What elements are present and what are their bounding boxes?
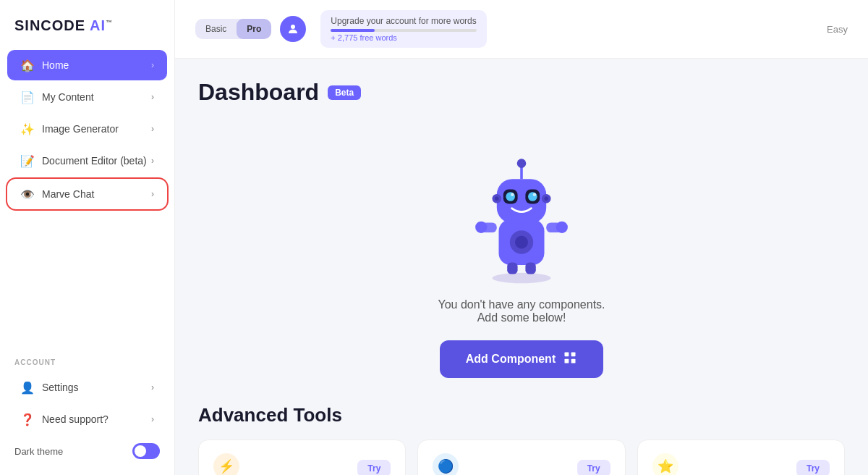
svg-rect-27	[571, 359, 576, 363]
dashboard-header: Dashboard Beta	[198, 79, 845, 106]
add-component-label: Add Component	[466, 353, 556, 366]
sidebar-bottom: ACCOUNT 👤 Settings › ❓ Need support? › D…	[0, 345, 174, 475]
svg-point-14	[506, 192, 515, 201]
empty-state: You don't have any components. Add some …	[198, 126, 845, 404]
sidebar-item-document-editor[interactable]: 📝 Document Editor (beta) ›	[7, 146, 167, 176]
chevron-right-icon: ›	[151, 60, 154, 70]
sidebar-item-settings[interactable]: 👤 Settings ›	[7, 372, 167, 403]
tool-card-2: 🔵 Try	[417, 440, 625, 475]
svg-point-1	[493, 273, 551, 283]
dark-theme-toggle[interactable]	[132, 443, 160, 459]
sidebar-item-label: Settings	[42, 382, 79, 393]
tool-icon-3: ⭐	[652, 453, 678, 475]
svg-point-6	[475, 222, 487, 233]
sidebar-item-marve-chat[interactable]: 👁️ Marve Chat ›	[6, 177, 169, 211]
sidebar-item-my-content[interactable]: 📄 My Content ›	[7, 82, 167, 112]
chevron-right-icon: ›	[151, 124, 154, 134]
free-words-label: + 2,775 free words	[331, 33, 476, 42]
plan-basic[interactable]: Basic	[195, 19, 237, 39]
svg-rect-9	[507, 262, 517, 274]
main-content: Basic Pro Upgrade your account for more …	[175, 0, 868, 475]
chevron-right-icon: ›	[151, 189, 154, 199]
image-generator-icon: ✨	[20, 122, 35, 136]
logo: SINCODE AI™	[0, 0, 174, 49]
grid-icon	[563, 350, 577, 368]
plan-pro[interactable]: Pro	[237, 19, 271, 39]
dark-theme-row: Dark theme	[0, 436, 174, 463]
sidebar-item-label: Document Editor (beta)	[42, 155, 147, 167]
svg-point-17	[533, 193, 537, 197]
svg-rect-10	[525, 262, 535, 274]
tool-try-button-3[interactable]: Try	[796, 460, 830, 475]
settings-icon: 👤	[20, 380, 35, 395]
svg-point-16	[511, 193, 514, 197]
chevron-right-icon: ›	[151, 156, 154, 166]
home-icon: 🏠	[20, 58, 35, 72]
document-editor-icon: 📝	[20, 154, 35, 168]
tools-grid: ⚡ Try 🔵 Try ⭐ Try	[198, 440, 845, 475]
advanced-tools-title: Advanced Tools	[198, 404, 845, 426]
svg-point-15	[528, 192, 537, 201]
support-icon: ❓	[20, 412, 35, 426]
account-section-label: ACCOUNT	[0, 345, 174, 371]
topbar-left: Basic Pro Upgrade your account for more …	[195, 10, 487, 48]
words-bar-fill	[331, 29, 374, 32]
dark-theme-label: Dark theme	[14, 446, 63, 457]
content-area: Dashboard Beta	[175, 59, 868, 475]
svg-point-23	[545, 197, 548, 201]
marve-chat-icon: 👁️	[20, 187, 35, 201]
svg-point-19	[517, 159, 527, 168]
chevron-right-icon: ›	[151, 92, 154, 102]
sidebar: SINCODE AI™ 🏠 Home › 📄 My Content › ✨ Im…	[0, 0, 175, 475]
robot-illustration	[456, 140, 587, 285]
toggle-knob	[135, 445, 146, 457]
sidebar-item-label: Home	[42, 59, 69, 71]
sidebar-item-label: Need support?	[42, 413, 109, 425]
svg-rect-26	[565, 359, 569, 363]
words-progress-bar	[331, 29, 476, 32]
chevron-right-icon: ›	[151, 414, 154, 424]
svg-rect-25	[571, 353, 576, 357]
empty-message: You don't have any components. Add some …	[438, 298, 605, 324]
sidebar-item-home[interactable]: 🏠 Home ›	[7, 50, 167, 80]
upgrade-text: Upgrade your account for more words	[331, 16, 476, 26]
tool-card-1: ⚡ Try	[198, 440, 406, 475]
easy-label: Easy	[827, 24, 848, 35]
sidebar-item-image-generator[interactable]: ✨ Image Generator ›	[7, 114, 167, 144]
upgrade-box: Upgrade your account for more words + 2,…	[320, 10, 486, 48]
svg-rect-24	[565, 353, 569, 357]
tool-card-3: ⭐ Try	[637, 440, 845, 475]
sidebar-item-label: Image Generator	[42, 123, 119, 135]
plan-pills: Basic Pro	[195, 19, 271, 39]
svg-point-8	[556, 222, 568, 233]
svg-point-0	[291, 25, 295, 29]
svg-point-4	[515, 236, 528, 249]
avatar-button[interactable]	[280, 16, 306, 42]
beta-badge: Beta	[328, 85, 361, 100]
sidebar-item-support[interactable]: ❓ Need support? ›	[7, 404, 167, 434]
my-content-icon: 📄	[20, 90, 35, 104]
tool-icon-2: 🔵	[433, 453, 459, 475]
topbar: Basic Pro Upgrade your account for more …	[175, 0, 868, 59]
add-component-button[interactable]: Add Component	[440, 340, 603, 378]
chevron-right-icon: ›	[151, 382, 154, 392]
tool-icon-1: ⚡	[213, 453, 239, 475]
nav-list: 🏠 Home › 📄 My Content › ✨ Image Generato…	[0, 49, 174, 212]
tool-try-button-2[interactable]: Try	[577, 460, 610, 475]
svg-point-22	[495, 197, 498, 201]
sidebar-item-label: Marve Chat	[42, 188, 94, 200]
page-title: Dashboard	[198, 79, 319, 106]
sidebar-item-label: My Content	[42, 91, 94, 103]
tool-try-button-1[interactable]: Try	[357, 460, 391, 475]
logo-text: SINCODE AI™	[14, 17, 113, 34]
